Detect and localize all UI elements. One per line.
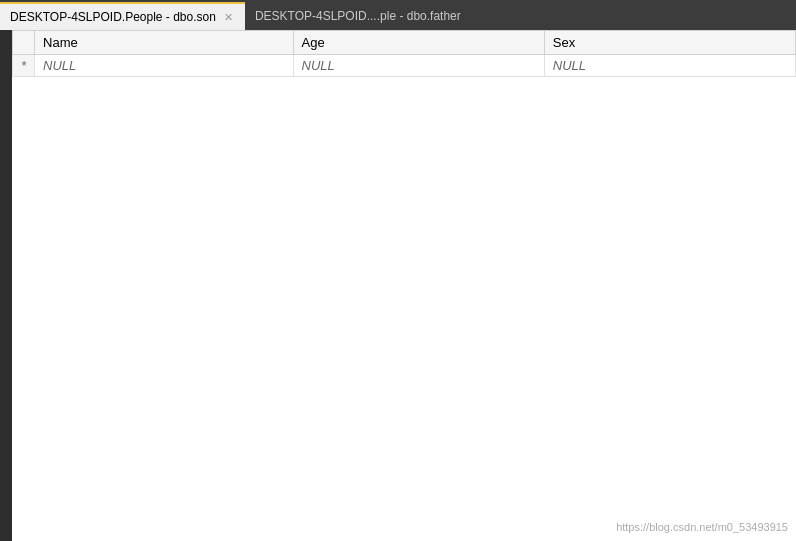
cell-sex[interactable]: NULL bbox=[544, 55, 795, 77]
cell-age[interactable]: NULL bbox=[293, 55, 544, 77]
col-header-indicator bbox=[13, 31, 35, 55]
cell-name[interactable]: NULL bbox=[35, 55, 293, 77]
table-row[interactable]: * NULL NULL NULL bbox=[13, 55, 796, 77]
tab-bar: DESKTOP-4SLPOID.People - dbo.son ✕ DESKT… bbox=[0, 0, 796, 30]
tab-son-label: DESKTOP-4SLPOID.People - dbo.son bbox=[10, 10, 216, 24]
data-grid: Name Age Sex * NULL NULL NULL bbox=[12, 30, 796, 77]
main-content: Name Age Sex * NULL NULL NULL https://bl… bbox=[0, 30, 796, 541]
app-container: DESKTOP-4SLPOID.People - dbo.son ✕ DESKT… bbox=[0, 0, 796, 541]
col-header-name: Name bbox=[35, 31, 293, 55]
row-indicator: * bbox=[13, 55, 35, 77]
content-panel: Name Age Sex * NULL NULL NULL https://bl… bbox=[12, 30, 796, 541]
col-header-sex: Sex bbox=[544, 31, 795, 55]
watermark: https://blog.csdn.net/m0_53493915 bbox=[616, 521, 788, 533]
left-sidebar bbox=[0, 30, 12, 541]
tab-father-label: DESKTOP-4SLPOID....ple - dbo.father bbox=[255, 9, 461, 23]
tab-son[interactable]: DESKTOP-4SLPOID.People - dbo.son ✕ bbox=[0, 2, 245, 30]
tab-father[interactable]: DESKTOP-4SLPOID....ple - dbo.father bbox=[245, 2, 471, 30]
col-header-age: Age bbox=[293, 31, 544, 55]
tab-son-close-icon[interactable]: ✕ bbox=[222, 11, 235, 24]
